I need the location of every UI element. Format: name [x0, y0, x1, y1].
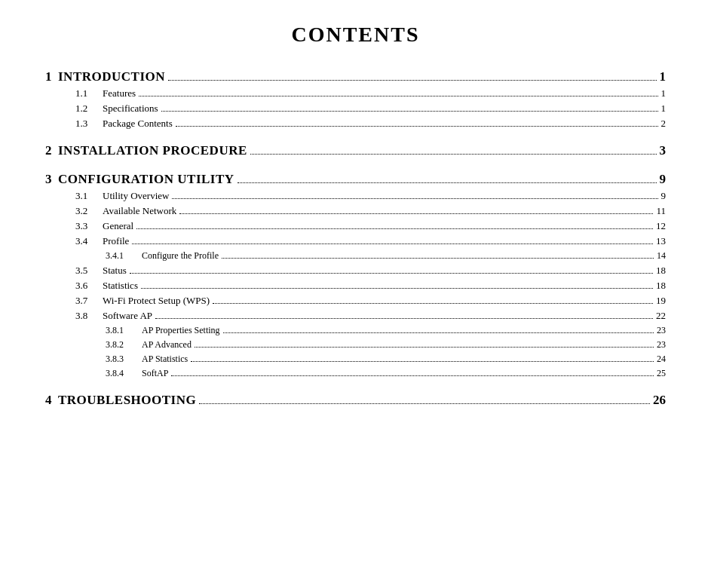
section-title: Wi-Fi Protect Setup (WPS): [103, 295, 210, 306]
toc-entry: 3.1Utility Overview9: [45, 190, 666, 202]
section-title: Utility Overview: [103, 190, 169, 201]
toc-dots: [238, 182, 657, 183]
toc-entry: 3.8.2AP Advanced23: [45, 339, 666, 351]
toc-dots: [176, 126, 658, 127]
toc-dots: [155, 318, 653, 319]
section-title: Specifications: [103, 103, 158, 114]
toc-page-number: 3: [660, 143, 667, 158]
toc-dots: [195, 347, 654, 348]
toc-page-number: 2: [661, 118, 667, 130]
toc-dots: [130, 273, 653, 274]
toc-label: 3.1Utility Overview: [75, 190, 169, 202]
toc-label: 3.2Available Network: [75, 205, 176, 217]
toc-label: 3.8.2AP Advanced: [106, 339, 192, 351]
toc-page-number: 9: [661, 190, 667, 202]
toc-label: 4TROUBLESHOOTING: [45, 393, 196, 408]
toc-entry: 1.3Package Contents2: [45, 118, 666, 130]
toc-label: 1.2Specifications: [75, 103, 158, 115]
toc-page-number: 18: [656, 265, 666, 277]
section-number: 3.6: [75, 280, 97, 292]
toc-entry: 2INSTALLATION PROCEDURE3: [45, 143, 666, 158]
section-number: 3.8.1: [106, 325, 136, 336]
toc-label: 3.3General: [75, 220, 133, 232]
toc-dots: [222, 258, 654, 259]
toc-entry: 3.4Profile13: [45, 235, 666, 247]
toc-entry: 3.7Wi-Fi Protect Setup (WPS)19: [45, 295, 666, 307]
toc-entry: 3.8Software AP22: [45, 310, 666, 322]
toc-label: 2INSTALLATION PROCEDURE: [45, 143, 247, 158]
section-title: General: [103, 220, 133, 231]
toc-dots: [213, 303, 653, 304]
section-number: 3.4.1: [106, 250, 136, 262]
toc-dots: [250, 154, 657, 155]
toc-entry: 1.1Features1: [45, 87, 666, 100]
toc-entry: 3.4.1Configure the Profile14: [45, 250, 666, 262]
toc-entry: 3.8.4SoftAP25: [45, 368, 666, 379]
section-number: 3.2: [75, 205, 97, 217]
toc-entry: 3.6Statistics18: [45, 280, 666, 292]
toc-label: 3CONFIGURATION UTILITY: [45, 172, 234, 187]
section-number: 2: [45, 143, 52, 158]
toc-page-number: 23: [657, 325, 666, 336]
section-title: AP Statistics: [142, 354, 188, 364]
toc-entry: 3.3General12: [45, 220, 666, 232]
toc-entry: 3CONFIGURATION UTILITY9: [45, 172, 666, 187]
toc-page-number: 13: [656, 235, 666, 247]
section-title: Software AP: [103, 310, 152, 321]
toc-entry: 3.8.1AP Properties Setting23: [45, 325, 666, 336]
toc-page-number: 22: [656, 310, 666, 322]
section-title: Package Contents: [103, 118, 173, 129]
section-number: 3.8.4: [106, 368, 136, 379]
toc-dots: [171, 375, 654, 376]
toc-page-number: 23: [657, 339, 666, 351]
toc-page-number: 1: [661, 103, 667, 115]
section-number: 3.7: [75, 295, 97, 307]
section-number: 3.8: [75, 310, 97, 322]
toc-label: 3.8.3AP Statistics: [106, 354, 188, 365]
toc-dots: [179, 213, 653, 214]
section-number: 3.8.2: [106, 339, 136, 351]
toc-page-number: 19: [656, 295, 666, 307]
section-number: 3.3: [75, 220, 97, 232]
toc-container: 1INTRODUCTION11.1Features11.2Specificati…: [45, 69, 666, 408]
toc-page-number: 9: [660, 172, 667, 187]
section-title: Available Network: [103, 205, 176, 216]
toc-label: 1.3Package Contents: [75, 118, 173, 130]
toc-label: 3.4.1Configure the Profile: [106, 250, 219, 262]
section-title: Profile: [103, 235, 129, 247]
toc-page-number: 25: [657, 368, 666, 379]
toc-dots: [136, 228, 653, 229]
section-number: 1.1: [75, 87, 97, 100]
toc-label: 3.4Profile: [75, 235, 129, 247]
section-number: 4: [45, 393, 52, 407]
section-number: 3: [45, 172, 52, 186]
toc-page-number: 18: [656, 280, 666, 292]
toc-page-number: 14: [657, 250, 666, 262]
toc-label: 3.7Wi-Fi Protect Setup (WPS): [75, 295, 210, 307]
section-number: 3.5: [75, 265, 97, 277]
toc-dots: [132, 243, 653, 244]
toc-label: 3.8.4SoftAP: [106, 368, 168, 379]
toc-page-number: 1: [661, 87, 667, 100]
toc-page-number: 24: [657, 354, 666, 365]
toc-dots: [199, 403, 650, 404]
section-title: Status: [103, 265, 127, 276]
section-number: 1.3: [75, 118, 97, 130]
toc-label: 3.8Software AP: [75, 310, 152, 322]
section-title: AP Properties Setting: [142, 325, 220, 335]
section-title: Statistics: [103, 280, 138, 291]
toc-entry: 1.2Specifications1: [45, 103, 666, 115]
toc-dots: [172, 198, 657, 199]
toc-page-number: 26: [653, 393, 666, 408]
toc-dots: [141, 288, 653, 289]
toc-page-number: 11: [656, 205, 666, 217]
toc-entry: 3.5Status18: [45, 265, 666, 277]
page-title: CONTENTS: [45, 23, 666, 47]
toc-entry: 3.8.3AP Statistics24: [45, 354, 666, 365]
toc-label: 1.1Features: [75, 87, 136, 100]
section-number: 1.2: [75, 103, 97, 115]
toc-label: 3.6Statistics: [75, 280, 138, 292]
toc-dots: [168, 80, 656, 81]
section-title: Features: [103, 87, 136, 99]
section-title: TROUBLESHOOTING: [58, 393, 196, 407]
